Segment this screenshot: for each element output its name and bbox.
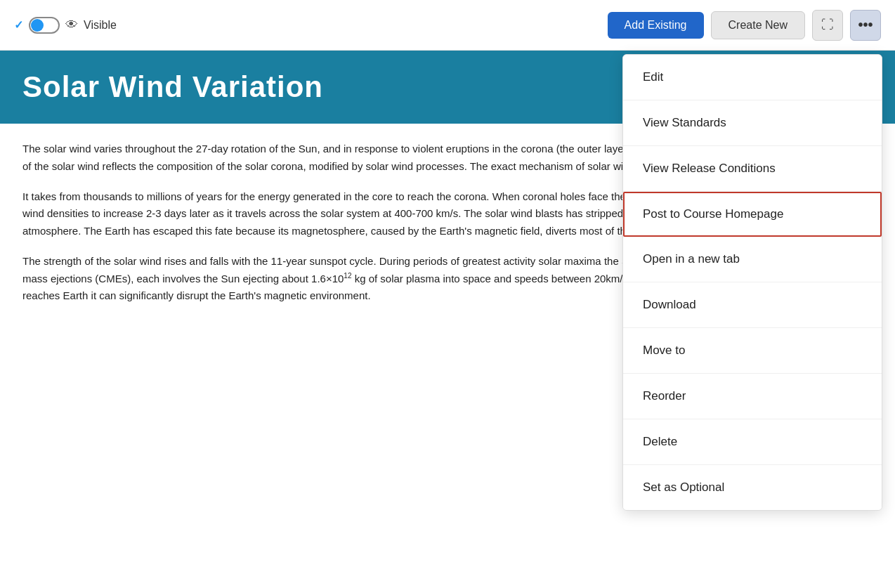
menu-item-view-standards[interactable]: View Standards — [623, 100, 882, 146]
create-new-button[interactable]: Create New — [711, 11, 805, 39]
expand-button[interactable]: ⛶ — [812, 10, 843, 41]
menu-item-move-to[interactable]: Move to — [623, 328, 882, 374]
more-icon: ••• — [858, 17, 873, 33]
check-icon: ✓ — [14, 18, 23, 32]
menu-item-open-in-new-tab[interactable]: Open in a new tab — [623, 237, 882, 282]
more-options-button[interactable]: ••• — [850, 10, 881, 41]
context-menu: EditView StandardsView Release Condition… — [622, 54, 882, 511]
menu-item-edit[interactable]: Edit — [623, 55, 882, 100]
add-existing-button[interactable]: Add Existing — [608, 12, 704, 39]
menu-item-download[interactable]: Download — [623, 282, 882, 328]
menu-item-delete[interactable]: Delete — [623, 419, 882, 465]
toggle-switch[interactable] — [29, 17, 60, 34]
toolbar-right: Add Existing Create New ⛶ ••• — [608, 10, 881, 41]
eye-icon: 👁 — [65, 18, 78, 32]
visible-toggle-group: ✓ 👁 Visible — [14, 17, 117, 34]
toolbar: ✓ 👁 Visible Add Existing Create New ⛶ ••… — [0, 0, 895, 51]
expand-icon: ⛶ — [821, 18, 834, 32]
content-area: Solar Wind Variation The solar wind vari… — [0, 51, 895, 588]
menu-item-reorder[interactable]: Reorder — [623, 374, 882, 419]
menu-item-set-as-optional[interactable]: Set as Optional — [623, 465, 882, 510]
menu-item-view-release-conditions[interactable]: View Release Conditions — [623, 146, 882, 192]
menu-item-post-to-course-homepage[interactable]: Post to Course Homepage — [623, 192, 882, 237]
visible-label: Visible — [84, 19, 117, 32]
para3-superscript: 12 — [344, 272, 351, 280]
